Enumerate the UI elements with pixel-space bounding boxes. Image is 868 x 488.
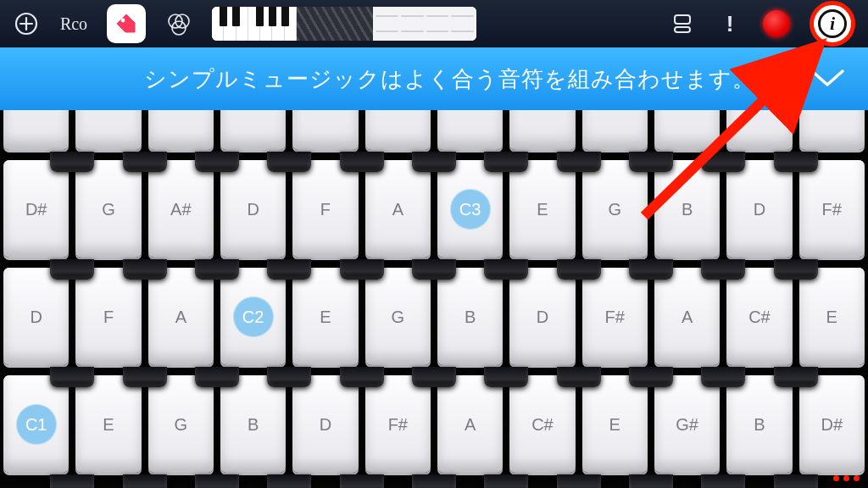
info-icon: i [818, 9, 847, 38]
logo-icon: Rco [59, 9, 88, 38]
black-key-gap [50, 367, 94, 387]
venn-button[interactable] [164, 9, 193, 38]
black-key-gap [774, 259, 818, 280]
black-key-gap [557, 474, 601, 488]
black-key-gap [484, 152, 528, 172]
black-key-gap [195, 259, 239, 280]
black-key-gap [50, 474, 94, 488]
black-key-gap [557, 259, 601, 280]
black-key-gap [50, 152, 94, 172]
black-key-gap [484, 474, 528, 488]
black-key-gap [50, 259, 94, 280]
black-key-gap [195, 367, 239, 387]
black-key-gap [340, 367, 384, 387]
svg-rect-6 [675, 27, 690, 32]
tag-icon [115, 13, 137, 35]
add-button[interactable] [12, 9, 41, 38]
black-key-gap [701, 152, 745, 172]
black-key-gap [123, 152, 167, 172]
black-key-gap [267, 259, 311, 280]
black-key-gap [774, 367, 818, 387]
piano-icon [212, 7, 297, 41]
black-key-gap [412, 259, 456, 280]
black-key-gap [195, 474, 239, 488]
alert-button[interactable]: ! [715, 9, 744, 38]
black-key-gap [340, 259, 384, 280]
black-key-gap [267, 474, 311, 488]
black-key-gap [412, 367, 456, 387]
black-key-gap [412, 474, 456, 488]
black-key-gap [774, 152, 818, 172]
black-key-gap [340, 474, 384, 488]
black-key-gap [557, 367, 601, 387]
tag-button[interactable] [107, 6, 146, 42]
record-icon [763, 10, 790, 37]
black-key-gap [629, 367, 673, 387]
layers-button[interactable] [668, 9, 697, 38]
black-key-gap [629, 259, 673, 280]
svg-rect-5 [675, 15, 690, 24]
instrument-picker[interactable] [212, 6, 476, 42]
black-key-gap [701, 367, 745, 387]
help-banner: シンプルミュージックはよく合う音符を組み合わせます。 [0, 47, 868, 110]
black-key-gap [484, 259, 528, 280]
fretboard-icon [297, 7, 373, 41]
note-grid: FG#CD#GA#DFAC#EG#D#GA#DFAC3EGBDF#DFAC2EG… [0, 47, 868, 488]
note-highlight [233, 297, 274, 337]
black-key-gap [123, 367, 167, 387]
record-button[interactable] [763, 6, 790, 42]
black-key-gap [267, 367, 311, 387]
black-key-gap [195, 152, 239, 172]
black-key-gap [629, 152, 673, 172]
black-key-gap [267, 152, 311, 172]
pads-icon [373, 7, 476, 41]
black-key-gap [123, 259, 167, 280]
note-highlight [16, 404, 57, 445]
note-highlight [450, 189, 491, 230]
black-key-gap [412, 152, 456, 172]
overflow-dots[interactable] [833, 475, 860, 481]
black-key-gap [701, 474, 745, 488]
black-key-gap [484, 367, 528, 387]
black-key-gap [557, 152, 601, 172]
toolbar: Rco [0, 0, 868, 47]
info-button[interactable]: i [809, 0, 856, 47]
black-key-gap [123, 474, 167, 488]
black-key-gap [340, 152, 384, 172]
help-banner-text: シンプルミュージックはよく合う音符を組み合わせます。 [144, 64, 755, 94]
black-key-gap [774, 474, 818, 488]
black-key-gap [629, 474, 673, 488]
chevron-down-icon[interactable] [809, 66, 846, 96]
black-key-gap [701, 259, 745, 280]
svg-point-1 [121, 19, 125, 23]
